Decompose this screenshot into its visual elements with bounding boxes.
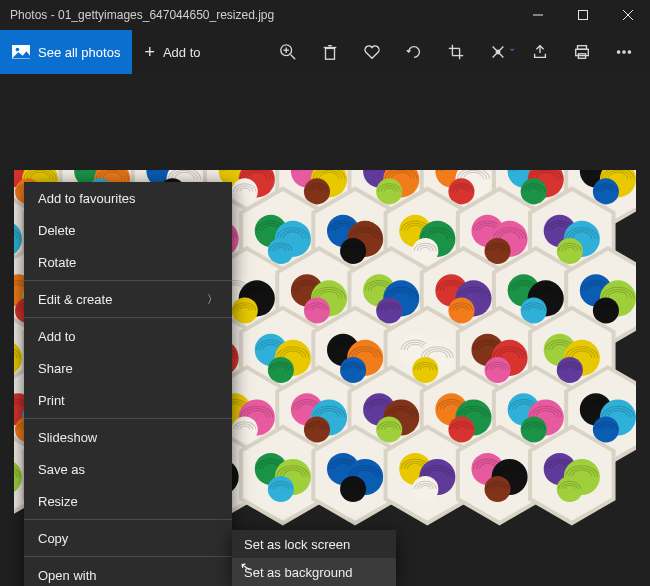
ctx-item-slideshow[interactable]: Slideshow — [24, 421, 232, 453]
svg-point-44 — [448, 178, 474, 204]
minimize-button[interactable] — [515, 0, 560, 30]
ctx-item-label: Open with — [38, 568, 97, 583]
ctx-item-label: Save as — [38, 462, 85, 477]
see-all-photos-button[interactable]: See all photos — [0, 30, 132, 74]
svg-point-143 — [232, 416, 258, 442]
svg-point-68 — [340, 238, 366, 264]
ctx-item-delete[interactable]: Delete — [24, 214, 232, 246]
see-all-label: See all photos — [38, 45, 120, 60]
svg-point-21 — [617, 51, 619, 53]
svg-rect-19 — [576, 49, 589, 55]
rotate-button[interactable] — [394, 30, 434, 74]
svg-point-22 — [623, 51, 625, 53]
cursor-icon: ↖ — [239, 558, 252, 575]
svg-point-71 — [412, 238, 438, 264]
add-to-label: Add to — [163, 45, 201, 60]
add-to-button[interactable]: + Add to — [132, 30, 212, 74]
svg-point-104 — [593, 297, 619, 323]
ctx-item-save-as[interactable]: Save as — [24, 453, 232, 485]
svg-point-131 — [557, 357, 583, 383]
svg-point-74 — [485, 238, 511, 264]
maximize-button[interactable] — [560, 0, 605, 30]
photo-icon — [12, 45, 30, 59]
ctx-item-label: Rotate — [38, 255, 76, 270]
svg-point-35 — [232, 178, 258, 204]
svg-point-47 — [521, 178, 547, 204]
sub-item-label: Set as background — [244, 565, 352, 580]
plus-icon: + — [144, 43, 155, 61]
menu-separator — [24, 556, 232, 557]
svg-point-125 — [412, 357, 438, 383]
menu-separator — [24, 280, 232, 281]
svg-point-149 — [376, 416, 402, 442]
svg-rect-1 — [578, 11, 587, 20]
svg-point-41 — [376, 178, 402, 204]
svg-point-119 — [268, 357, 294, 383]
set-as-submenu: Set as lock screenSet as background — [232, 530, 396, 586]
ctx-item-resize[interactable]: Resize — [24, 485, 232, 517]
toolbar-icons: ⌄ — [268, 30, 650, 74]
menu-separator — [24, 519, 232, 520]
sub-item-set-as-background[interactable]: Set as background — [232, 558, 396, 586]
sub-item-label: Set as lock screen — [244, 537, 350, 552]
svg-point-77 — [557, 238, 583, 264]
svg-point-155 — [521, 416, 547, 442]
svg-point-173 — [268, 476, 294, 502]
ctx-item-label: Slideshow — [38, 430, 97, 445]
ctx-item-label: Share — [38, 361, 73, 376]
more-button[interactable] — [604, 30, 644, 74]
svg-point-101 — [521, 297, 547, 323]
ctx-item-label: Print — [38, 393, 65, 408]
svg-point-128 — [485, 357, 511, 383]
svg-rect-10 — [326, 48, 335, 59]
menu-separator — [24, 418, 232, 419]
svg-point-176 — [340, 476, 366, 502]
titlebar: Photos - 01_gettyimages_647044650_resize… — [0, 0, 650, 30]
toolbar: See all photos + Add to ⌄ — [0, 30, 650, 74]
ctx-item-add-to-favourites[interactable]: Add to favourites — [24, 182, 232, 214]
ctx-item-rotate[interactable]: Rotate — [24, 246, 232, 278]
ctx-item-label: Add to favourites — [38, 191, 136, 206]
chevron-right-icon: 〉 — [207, 292, 218, 307]
edit-button[interactable]: ⌄ — [478, 30, 518, 74]
svg-point-95 — [376, 297, 402, 323]
sub-item-set-as-lock-screen[interactable]: Set as lock screen — [232, 530, 396, 558]
svg-point-122 — [340, 357, 366, 383]
favourite-button[interactable] — [352, 30, 392, 74]
ctx-item-label: Add to — [38, 329, 76, 344]
context-menu: Add to favouritesDeleteRotateEdit & crea… — [24, 182, 232, 586]
ctx-item-edit-create[interactable]: Edit & create〉 — [24, 283, 232, 315]
svg-point-65 — [268, 238, 294, 264]
svg-point-23 — [628, 51, 630, 53]
share-button[interactable] — [520, 30, 560, 74]
svg-point-50 — [593, 178, 619, 204]
svg-point-182 — [485, 476, 511, 502]
svg-point-89 — [232, 297, 258, 323]
svg-point-185 — [557, 476, 583, 502]
svg-point-179 — [412, 476, 438, 502]
ctx-item-open-with[interactable]: Open with — [24, 559, 232, 586]
svg-point-5 — [16, 48, 20, 52]
ctx-item-label: Delete — [38, 223, 76, 238]
close-button[interactable] — [605, 0, 650, 30]
print-button[interactable] — [562, 30, 602, 74]
ctx-item-label: Edit & create — [38, 292, 112, 307]
ctx-item-label: Copy — [38, 531, 68, 546]
ctx-item-label: Resize — [38, 494, 78, 509]
svg-point-38 — [304, 178, 330, 204]
ctx-item-print[interactable]: Print — [24, 384, 232, 416]
svg-point-152 — [448, 416, 474, 442]
zoom-button[interactable] — [268, 30, 308, 74]
ctx-item-add-to[interactable]: Add to — [24, 320, 232, 352]
crop-button[interactable] — [436, 30, 476, 74]
chevron-down-icon: ⌄ — [508, 42, 516, 53]
svg-point-158 — [593, 416, 619, 442]
ctx-item-copy[interactable]: Copy — [24, 522, 232, 554]
menu-separator — [24, 317, 232, 318]
delete-button[interactable] — [310, 30, 350, 74]
svg-point-98 — [448, 297, 474, 323]
svg-point-146 — [304, 416, 330, 442]
svg-line-7 — [291, 55, 296, 60]
svg-point-92 — [304, 297, 330, 323]
ctx-item-share[interactable]: Share — [24, 352, 232, 384]
